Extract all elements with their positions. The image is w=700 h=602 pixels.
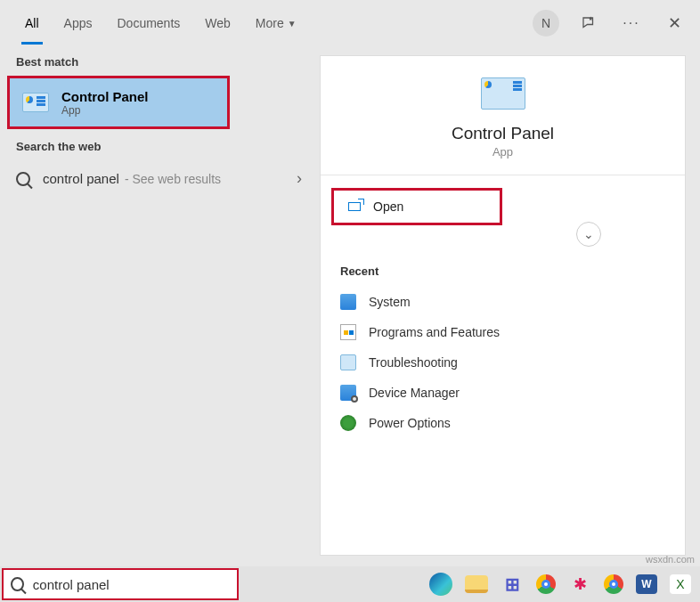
- file-explorer-icon[interactable]: [465, 575, 488, 593]
- web-query: control panel: [43, 171, 119, 186]
- search-icon: [16, 172, 30, 186]
- recent-item-device-manager[interactable]: Device Manager: [340, 378, 665, 408]
- search-panel: All Apps Documents Web More▼ N ··· ✕ Bes…: [4, 2, 696, 566]
- chrome-icon[interactable]: [536, 574, 556, 594]
- chevron-down-icon: ⌄: [583, 227, 594, 241]
- power-options-icon: [340, 415, 356, 431]
- edge-icon[interactable]: [429, 573, 452, 596]
- recent-label: Device Manager: [369, 386, 460, 400]
- tab-label: Web: [205, 16, 231, 30]
- best-match-title: Control Panel: [61, 89, 149, 104]
- chevron-right-icon: ›: [297, 169, 307, 188]
- more-options-icon[interactable]: ···: [618, 10, 645, 37]
- user-avatar[interactable]: N: [533, 10, 559, 37]
- slack-icon[interactable]: ✱: [568, 573, 591, 596]
- tabs: All Apps Documents Web More▼: [12, 2, 309, 45]
- programs-icon: [340, 324, 356, 340]
- recent-item-programs[interactable]: Programs and Features: [340, 317, 665, 347]
- recent-label: Troubleshooting: [369, 355, 458, 370]
- system-icon: [340, 294, 356, 310]
- recent-item-troubleshooting[interactable]: Troubleshooting: [340, 347, 665, 378]
- close-icon[interactable]: ✕: [661, 10, 688, 37]
- tab-label: Documents: [117, 16, 180, 30]
- details-right: Control Panel App Open ⌄ Recent System P…: [320, 55, 686, 556]
- search-icon: [11, 577, 24, 591]
- tab-apps[interactable]: Apps: [52, 2, 105, 45]
- recent-list: System Programs and Features Troubleshoo…: [321, 287, 685, 438]
- avatar-initial: N: [541, 16, 550, 30]
- web-hint: - See web results: [125, 172, 221, 186]
- recent-header: Recent: [321, 259, 685, 287]
- recent-item-power-options[interactable]: Power Options: [340, 408, 665, 438]
- recent-item-system[interactable]: System: [340, 287, 665, 317]
- troubleshooting-icon: [340, 354, 356, 370]
- tab-more[interactable]: More▼: [243, 2, 309, 45]
- recent-label: Programs and Features: [369, 325, 500, 339]
- feedback-icon[interactable]: [575, 10, 602, 37]
- recent-label: System: [369, 295, 411, 309]
- tab-label: More: [256, 16, 284, 30]
- watermark: wsxdn.com: [646, 554, 695, 565]
- best-match-subtitle: App: [61, 104, 149, 117]
- hero: Control Panel App: [321, 56, 685, 175]
- tab-web[interactable]: Web: [192, 2, 243, 45]
- tab-all[interactable]: All: [12, 2, 52, 45]
- tab-label: Apps: [64, 16, 93, 30]
- hero-title: Control Panel: [452, 124, 554, 143]
- taskbar-search[interactable]: [2, 568, 239, 600]
- word-icon[interactable]: W: [636, 574, 657, 594]
- teams-icon[interactable]: ⊞: [501, 573, 524, 596]
- chrome-icon[interactable]: [604, 574, 623, 594]
- control-panel-icon: [481, 77, 525, 110]
- results-left: Best match Control Panel App Search the …: [4, 45, 320, 566]
- control-panel-icon: [22, 93, 49, 112]
- tab-documents[interactable]: Documents: [104, 2, 192, 45]
- best-match-item[interactable]: Control Panel App: [7, 76, 230, 129]
- open-icon: [348, 202, 361, 211]
- tab-label: All: [25, 16, 39, 30]
- best-match-header: Best match: [4, 45, 320, 76]
- excel-icon[interactable]: X: [670, 574, 691, 594]
- search-input[interactable]: [33, 577, 230, 592]
- taskbar-tray: ⊞ ✱ W X: [420, 573, 700, 596]
- device-manager-icon: [340, 385, 356, 401]
- body: Best match Control Panel App Search the …: [4, 45, 696, 566]
- taskbar: ⊞ ✱ W X: [0, 566, 700, 602]
- chevron-down-icon: ▼: [288, 19, 297, 28]
- open-label: Open: [373, 199, 403, 214]
- header-right: N ··· ✕: [533, 10, 688, 37]
- open-action[interactable]: Open: [331, 188, 502, 225]
- hero-subtitle: App: [492, 145, 513, 159]
- expand-button[interactable]: ⌄: [576, 222, 601, 247]
- best-match-text: Control Panel App: [61, 89, 149, 117]
- web-result-item[interactable]: control panel - See web results ›: [4, 160, 320, 197]
- search-web-header: Search the web: [4, 129, 320, 160]
- recent-label: Power Options: [369, 416, 451, 430]
- header: All Apps Documents Web More▼ N ··· ✕: [4, 2, 696, 45]
